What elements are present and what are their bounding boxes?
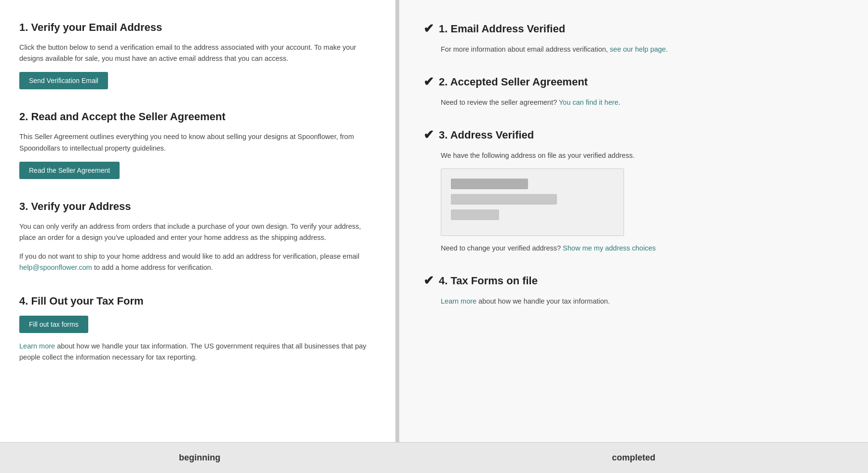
- tax-learn-more-link[interactable]: Learn more: [441, 297, 476, 305]
- completed1-desc-suffix: .: [666, 45, 668, 53]
- step3-desc2-text: If you do not want to ship to your home …: [19, 252, 359, 260]
- completed4-title: 4. Tax Forms on file: [439, 273, 538, 289]
- completed4-desc: Learn more about how we handle your tax …: [423, 296, 844, 307]
- completed3-section: ✔ 3. Address Verified We have the follow…: [423, 125, 844, 253]
- tab-beginning[interactable]: beginning: [0, 443, 399, 473]
- step4-learn-more-suffix: about how we handle your tax information…: [19, 342, 366, 361]
- step4-tax-desc: Learn more about how we handle your tax …: [19, 341, 371, 363]
- step3-desc2: If you do not want to ship to your home …: [19, 251, 371, 273]
- completed3-title-row: ✔ 3. Address Verified: [423, 125, 844, 144]
- right-panel: ✔ 1. Email Address Verified For more inf…: [399, 0, 868, 473]
- completed1-title-row: ✔ 1. Email Address Verified: [423, 19, 844, 38]
- tax-learn-more-suffix: about how we handle your tax information…: [476, 297, 610, 305]
- panel-divider: [395, 0, 399, 473]
- completed2-desc-prefix: Need to review the seller agreement?: [441, 98, 559, 106]
- completed3-title: 3. Address Verified: [439, 127, 534, 143]
- email-verification-help-link[interactable]: see our help page: [610, 45, 666, 53]
- completed4-title-row: ✔ 4. Tax Forms on file: [423, 271, 844, 290]
- completed2-desc-suffix: .: [618, 98, 620, 106]
- completed1-desc: For more information about email address…: [423, 44, 844, 55]
- show-address-choices-link[interactable]: Show me my address choices: [563, 244, 656, 252]
- completed1-title: 1. Email Address Verified: [439, 21, 565, 37]
- step4-section: 4. Fill Out your Tax Form Fill out tax f…: [19, 293, 371, 363]
- completed3-desc: We have the following address on file as…: [423, 150, 844, 161]
- seller-agreement-find-link[interactable]: You can find it here: [559, 98, 619, 106]
- address-blur-line2: [451, 194, 557, 205]
- checkmark2-icon: ✔: [423, 72, 434, 91]
- step3-title: 3. Verify your Address: [19, 198, 371, 214]
- completed3-change-desc: Need to change your verified address? Sh…: [423, 243, 844, 254]
- step3-desc1: You can only verify an address from orde…: [19, 221, 371, 243]
- step1-section: 1. Verify your Email Address Click the b…: [19, 19, 371, 89]
- step2-title: 2. Read and Accept the Seller Agreement: [19, 109, 371, 125]
- tab-completed[interactable]: completed: [399, 443, 868, 473]
- completed2-title: 2. Accepted Seller Agreement: [439, 74, 588, 90]
- fill-out-tax-forms-button[interactable]: Fill out tax forms: [19, 316, 88, 333]
- completed2-section: ✔ 2. Accepted Seller Agreement Need to r…: [423, 72, 844, 108]
- completed2-title-row: ✔ 2. Accepted Seller Agreement: [423, 72, 844, 91]
- bottom-tabs: beginning completed: [0, 442, 868, 473]
- completed4-section: ✔ 4. Tax Forms on file Learn more about …: [423, 271, 844, 307]
- step1-title: 1. Verify your Email Address: [19, 19, 371, 35]
- step3-desc2-suffix: to add a home address for verification.: [94, 264, 213, 271]
- step2-section: 2. Read and Accept the Seller Agreement …: [19, 109, 371, 179]
- step3-section: 3. Verify your Address You can only veri…: [19, 198, 371, 274]
- step4-title: 4. Fill Out your Tax Form: [19, 293, 371, 309]
- address-blur-line1: [451, 179, 528, 189]
- step4-learn-more-link[interactable]: Learn more: [19, 342, 55, 350]
- step2-desc: This Seller Agreement outlines everythin…: [19, 131, 371, 153]
- completed1-desc-prefix: For more information about email address…: [441, 45, 610, 53]
- change-address-prefix: Need to change your verified address?: [441, 244, 563, 252]
- completed2-desc: Need to review the seller agreement? You…: [423, 97, 844, 108]
- address-blur-line3: [451, 209, 499, 220]
- step1-desc: Click the button below to send a verific…: [19, 42, 371, 64]
- address-blurred-box: [441, 168, 624, 236]
- checkmark1-icon: ✔: [423, 19, 434, 38]
- help-email-link[interactable]: help@spoonflower.com: [19, 264, 92, 271]
- checkmark3-icon: ✔: [423, 125, 434, 144]
- read-seller-agreement-button[interactable]: Read the Seller Agreement: [19, 162, 120, 179]
- checkmark4-icon: ✔: [423, 271, 434, 290]
- send-verification-email-button[interactable]: Send Verification Email: [19, 72, 108, 89]
- left-panel: 1. Verify your Email Address Click the b…: [0, 0, 395, 473]
- completed1-section: ✔ 1. Email Address Verified For more inf…: [423, 19, 844, 55]
